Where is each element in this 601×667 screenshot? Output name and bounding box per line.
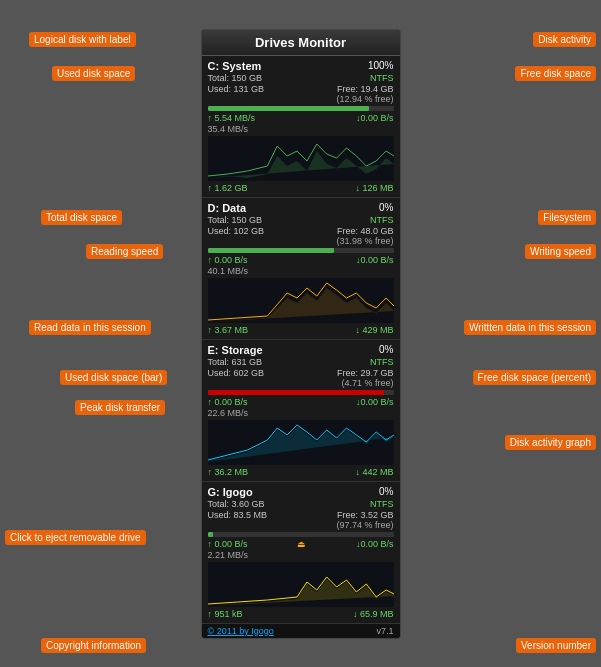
write-session-d: ↓ 429 MB <box>355 325 393 335</box>
annotation-free-disk-space: Free disk space <box>515 66 596 81</box>
drive-total-g: Total: 3.60 GB <box>208 499 265 509</box>
drive-fs-c: NTFS <box>370 73 394 83</box>
drive-free-e: Free: 29.7 GB <box>337 368 394 378</box>
drive-section-g: G: Igogo 0% Total: 3.60 GB NTFS Used: 83… <box>202 482 400 624</box>
drive-header-e: E: Storage 0% <box>208 344 394 356</box>
drive-percent-g: 0% <box>379 486 393 497</box>
annotation-copyright-info: Copyright information <box>41 638 146 653</box>
drive-used-d: Used: 102 GB Free: 48.0 GB <box>208 226 394 236</box>
drive-total-d: Total: 150 GB <box>208 215 263 225</box>
copyright-text[interactable]: © 2011 by Igogo <box>208 626 274 636</box>
progress-bg-c <box>208 106 394 111</box>
annotation-total-disk-space: Total disk space <box>41 210 122 225</box>
speed-row-d: ↑ 0.00 B/s ↓0.00 B/s <box>208 255 394 265</box>
annotation-peak-disk-transfer: Peak disk transfer <box>75 400 165 415</box>
drive-header-d: D: Data 0% <box>208 202 394 214</box>
drive-used-label-c: Used: 131 GB <box>208 84 265 94</box>
annotation-read-data-session: Read data in this session <box>29 320 151 335</box>
drive-used-label-e: Used: 602 GB <box>208 368 265 378</box>
drive-free-c: Free: 19.4 GB <box>337 84 394 94</box>
drive-section-e: E: Storage 0% Total: 631 GB NTFS Used: 6… <box>202 340 400 482</box>
drive-fs-e: NTFS <box>370 357 394 367</box>
peak-g: 2.21 MB/s <box>208 550 394 560</box>
version-text: v7.1 <box>376 626 393 636</box>
annotation-logical-disk: Logical disk with label <box>29 32 136 47</box>
drive-total-e: Total: 631 GB <box>208 357 263 367</box>
annotation-filesystem: Filesystem <box>538 210 596 225</box>
drive-name-e: E: Storage <box>208 344 263 356</box>
progress-bg-e <box>208 390 394 395</box>
session-row-d: ↑ 3.67 MB ↓ 429 MB <box>208 325 394 335</box>
footer: © 2011 by Igogo v7.1 <box>202 624 400 638</box>
annotation-version-number: Version number <box>516 638 596 653</box>
drive-percent-e: 0% <box>379 344 393 355</box>
speed-row-c: ↑ 5.54 MB/s ↓0.00 B/s <box>208 113 394 123</box>
drive-info-d: Total: 150 GB NTFS <box>208 215 394 225</box>
peak-c: 35.4 MB/s <box>208 124 394 134</box>
write-speed-d: ↓0.00 B/s <box>356 255 394 265</box>
write-speed-e: ↓0.00 B/s <box>356 397 394 407</box>
drive-used-label-d: Used: 102 GB <box>208 226 265 236</box>
read-speed-e: ↑ 0.00 B/s <box>208 397 248 407</box>
eject-icon-g[interactable]: ⏏ <box>297 539 306 549</box>
write-session-e: ↓ 442 MB <box>355 467 393 477</box>
drive-name-d: D: Data <box>208 202 247 214</box>
peak-d: 40.1 MB/s <box>208 266 394 276</box>
drive-name-c: C: System <box>208 60 262 72</box>
annotation-click-to-eject: Click to eject removable drive <box>5 530 146 545</box>
drive-info-c: Total: 150 GB NTFS <box>208 73 394 83</box>
session-row-e: ↑ 36.2 MB ↓ 442 MB <box>208 467 394 477</box>
read-speed-g: ↑ 0.00 B/s <box>208 539 248 549</box>
drive-section-d: D: Data 0% Total: 150 GB NTFS Used: 102 … <box>202 198 400 340</box>
progress-fill-g <box>208 532 214 537</box>
drive-free-pct-c: (12.94 % free) <box>208 94 394 104</box>
annotation-disk-activity-graph: Disk activity graph <box>505 435 596 450</box>
drive-fs-g: NTFS <box>370 499 394 509</box>
annotation-writing-speed: Writing speed <box>525 244 596 259</box>
write-session-g: ↓ 65.9 MB <box>353 609 394 619</box>
drive-percent-c: 100% <box>368 60 394 71</box>
progress-fill-e <box>208 390 385 395</box>
drive-fs-d: NTFS <box>370 215 394 225</box>
read-speed-d: ↑ 0.00 B/s <box>208 255 248 265</box>
read-session-e: ↑ 36.2 MB <box>208 467 249 477</box>
speed-row-g: ↑ 0.00 B/s ⏏ ↓0.00 B/s <box>208 539 394 549</box>
drive-used-g: Used: 83.5 MB Free: 3.52 GB <box>208 510 394 520</box>
session-row-c: ↑ 1.62 GB ↓ 126 MB <box>208 183 394 193</box>
read-session-d: ↑ 3.67 MB <box>208 325 249 335</box>
progress-fill-d <box>208 248 334 253</box>
progress-bg-d <box>208 248 394 253</box>
session-row-g: ↑ 951 kB ↓ 65.9 MB <box>208 609 394 619</box>
read-speed-c: ↑ 5.54 MB/s <box>208 113 256 123</box>
graph-e <box>208 420 394 465</box>
drive-percent-d: 0% <box>379 202 393 213</box>
drive-free-pct-d: (31.98 % free) <box>208 236 394 246</box>
drive-section-c: C: System 100% Total: 150 GB NTFS Used: … <box>202 56 400 198</box>
drive-free-g: Free: 3.52 GB <box>337 510 394 520</box>
graph-d <box>208 278 394 323</box>
drive-name-g: G: Igogo <box>208 486 253 498</box>
graph-c <box>208 136 394 181</box>
drive-info-g: Total: 3.60 GB NTFS <box>208 499 394 509</box>
graph-g <box>208 562 394 607</box>
annotation-written-data-session: Writtten data in this session <box>464 320 596 335</box>
read-session-g: ↑ 951 kB <box>208 609 243 619</box>
drive-free-d: Free: 48.0 GB <box>337 226 394 236</box>
write-session-c: ↓ 126 MB <box>355 183 393 193</box>
drive-free-pct-g: (97.74 % free) <box>208 520 394 530</box>
drive-used-label-g: Used: 83.5 MB <box>208 510 268 520</box>
monitor-panel: Drives Monitor C: System 100% Total: 150… <box>201 29 401 639</box>
write-speed-g: ↓0.00 B/s <box>356 539 394 549</box>
annotation-disk-activity: Disk activity <box>533 32 596 47</box>
drive-used-e: Used: 602 GB Free: 29.7 GB <box>208 368 394 378</box>
drive-header-g: G: Igogo 0% <box>208 486 394 498</box>
progress-fill-c <box>208 106 370 111</box>
read-session-c: ↑ 1.62 GB <box>208 183 248 193</box>
peak-e: 22.6 MB/s <box>208 408 394 418</box>
write-speed-c: ↓0.00 B/s <box>356 113 394 123</box>
progress-bg-g <box>208 532 394 537</box>
outer-container: Logical disk with label Used disk space … <box>0 0 601 667</box>
annotation-used-disk-space: Used disk space <box>52 66 135 81</box>
drive-total-c: Total: 150 GB <box>208 73 263 83</box>
drive-info-e: Total: 631 GB NTFS <box>208 357 394 367</box>
